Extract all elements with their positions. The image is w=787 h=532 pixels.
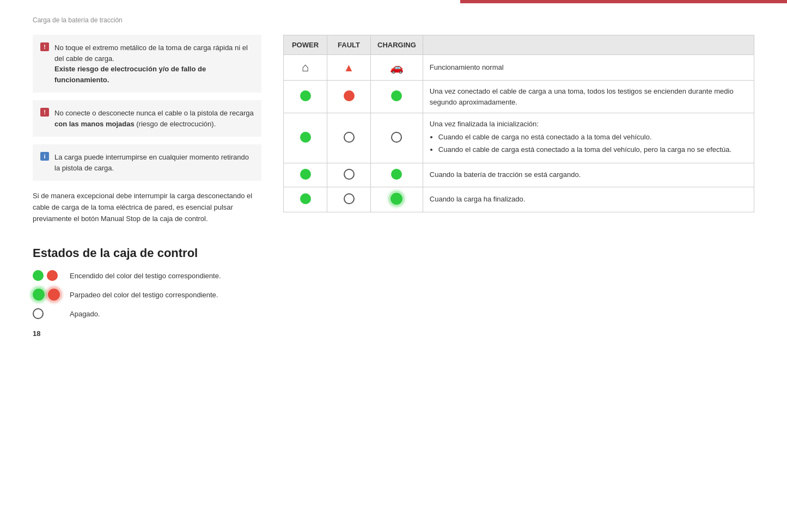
plain-text-1: Si de manera excepcional debe interrumpi… (33, 191, 261, 224)
car-icon: 🚗 (390, 62, 404, 74)
triangle-icon: ▲ (344, 62, 355, 74)
status-table: POWER FAULT CHARGING ⌂ ▲ 🚗 (283, 35, 754, 212)
table-row: Cuando la carga ha finalizado. (284, 187, 754, 212)
row3-charging (371, 163, 423, 187)
table-row: Una vez finalizada la inicialización: Cu… (284, 113, 754, 163)
legend-item-2: Parpadeo del color del testigo correspon… (33, 289, 261, 301)
warning-text-1: No toque el extremo metálico de la toma … (54, 42, 254, 85)
row4-power (284, 187, 327, 212)
warning-icon-1: ! (40, 42, 49, 51)
dot-green (300, 193, 311, 204)
dot-green (300, 132, 311, 143)
table-row: Una vez conectado el cable de carga a un… (284, 81, 754, 113)
dot-green (300, 169, 311, 180)
row1-power (284, 81, 327, 113)
right-panel: POWER FAULT CHARGING ⌂ ▲ 🚗 (283, 35, 754, 212)
row2-description: Una vez finalizada la inicialización: Cu… (423, 113, 754, 163)
row4-charging (371, 187, 423, 212)
dot-green (391, 169, 402, 180)
header-description (423, 35, 754, 55)
header-power-icon: ⌂ (284, 55, 327, 81)
legend-section: Estados de la caja de control Encendido … (33, 246, 261, 319)
header-charging: CHARGING (371, 35, 423, 55)
row3-fault (327, 163, 371, 187)
header-normal-text: Funcionamiento normal (423, 55, 754, 81)
row1-charging (371, 81, 423, 113)
dot-empty (391, 132, 402, 143)
info-icon-1: i (40, 152, 49, 161)
warning-box-1: ! No toque el extremo metálico de la tom… (33, 35, 261, 93)
header-fault-icon: ▲ (327, 55, 371, 81)
dot-empty (344, 132, 355, 143)
row3-power (284, 163, 327, 187)
info-text-1: La carga puede interrumpirse en cualquie… (54, 152, 254, 173)
info-box-1: i La carga puede interrumpirse en cualqu… (33, 144, 261, 181)
row2-fault (327, 113, 371, 163)
legend-item-1: Encendido del color del testigo correspo… (33, 270, 261, 281)
dot-red (344, 90, 355, 101)
header-fault: FAULT (327, 35, 371, 55)
legend-item-3: Apagado. (33, 308, 261, 319)
row4-fault (327, 187, 371, 212)
page-number: 18 (33, 329, 40, 338)
row2-power (284, 113, 327, 163)
row2-charging (371, 113, 423, 163)
dot-green (300, 90, 311, 101)
legend-text-2: Parpadeo del color del testigo correspon… (70, 290, 218, 301)
page: Carga de la batería de tracción ! No toq… (0, 0, 787, 348)
legend-icons-3 (33, 308, 63, 319)
dot-empty (344, 169, 355, 180)
breadcrumb: Carga de la batería de tracción (33, 16, 754, 24)
legend-icons-2 (33, 289, 63, 301)
row1-fault (327, 81, 371, 113)
legend-title: Estados de la caja de control (33, 246, 261, 260)
legend-text-3: Apagado. (70, 309, 100, 320)
dot-blink-green-legend (33, 289, 45, 301)
header-charging-icon: 🚗 (371, 55, 423, 81)
dot-empty (344, 193, 355, 204)
table-icon-header-row: ⌂ ▲ 🚗 Funcionamiento normal (284, 55, 754, 81)
legend-icons-1 (33, 270, 63, 281)
table-header-row: POWER FAULT CHARGING (284, 35, 754, 55)
warning-box-2: ! No conecte o desconecte nunca el cable… (33, 100, 261, 137)
row4-description: Cuando la carga ha finalizado. (423, 187, 754, 212)
header-power: POWER (284, 35, 327, 55)
dot-red-legend (47, 270, 58, 281)
left-panel: ! No toque el extremo metálico de la tom… (33, 35, 261, 327)
dot-blink-red-legend (48, 289, 60, 301)
warning-icon-2: ! (40, 108, 49, 117)
dot-blink-green (391, 193, 402, 205)
dot-green-legend (33, 270, 44, 281)
table-row: Cuando la batería de tracción se está ca… (284, 163, 754, 187)
house-icon: ⌂ (302, 60, 309, 74)
top-bar-decoration (460, 0, 787, 3)
main-content: ! No toque el extremo metálico de la tom… (33, 35, 754, 327)
dot-empty-legend (33, 308, 44, 319)
dot-green (391, 90, 402, 101)
legend-text-1: Encendido del color del testigo correspo… (70, 271, 221, 282)
row1-description: Una vez conectado el cable de carga a un… (423, 81, 754, 113)
row3-description: Cuando la batería de tracción se está ca… (423, 163, 754, 187)
warning-text-2: No conecte o desconecte nunca el cable o… (54, 108, 254, 129)
